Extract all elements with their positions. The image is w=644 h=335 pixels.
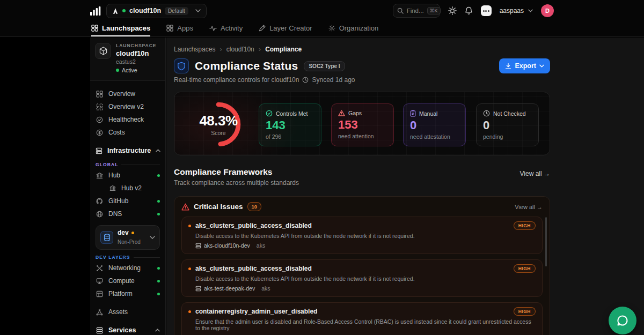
critical-issues-count-badge: 10 — [247, 202, 262, 211]
tab-activity[interactable]: Activity — [209, 21, 243, 36]
item-label: Overview v2 — [108, 103, 144, 110]
breadcrumb: Launchspaces › cloudf10n › Compliance — [174, 45, 550, 53]
project-switcher[interactable]: cloudf10n Default — [106, 4, 207, 18]
sidebar-item-hub[interactable]: Hub — [96, 169, 160, 182]
stat-sub: need attention — [338, 133, 387, 139]
stat-sub: of 296 — [266, 133, 314, 140]
issue-card[interactable]: aks_clusters_public_access_disabledHIGH … — [181, 259, 543, 297]
grid-icon — [96, 103, 104, 110]
org-logo-icon — [481, 5, 492, 16]
stat-value: 0 — [410, 118, 459, 132]
global-search-input[interactable]: Find... ⌘K — [393, 4, 440, 18]
env-type: Non-Prod — [118, 239, 141, 245]
coin-icon — [96, 129, 104, 136]
project-logo-icon — [112, 8, 119, 14]
sidebar-item-healthcheck[interactable]: Healthcheck — [96, 113, 160, 126]
status-dot — [157, 293, 160, 295]
sidebar-item-platform[interactable]: Platform — [96, 287, 160, 300]
chat-widget-button[interactable] — [609, 307, 636, 334]
sidebar-item-costs[interactable]: Costs — [96, 126, 160, 139]
issue-description: Ensure that the admin user is disabled a… — [195, 318, 536, 331]
page-title: Compliance Status — [195, 59, 298, 72]
tab-label: Apps — [177, 24, 193, 32]
severity-badge: HIGH — [514, 264, 536, 273]
issue-title: aks_clusters_public_access_disabled — [195, 265, 312, 272]
breadcrumb-launchspaces[interactable]: Launchspaces — [174, 46, 215, 53]
sidebar-item-overview-v2[interactable]: Overview v2 — [96, 100, 160, 113]
issue-type: aks — [261, 285, 270, 292]
sidebar-item-dns[interactable]: DNS — [96, 207, 160, 220]
stat-card-controls-met: Controls Met 143 of 296 — [259, 103, 321, 146]
env-status-dot — [131, 232, 134, 234]
sidebar-section-infrastructure[interactable]: Infrastructure — [96, 144, 160, 157]
tab-layer-creator[interactable]: Layer Creator — [259, 21, 312, 36]
issue-title: containerregistry_admin_user_disabled — [195, 308, 317, 315]
sidebar-item-compute[interactable]: Compute — [96, 274, 160, 287]
stat-label: Not Checked — [493, 110, 526, 117]
chevron-right-icon: › — [259, 45, 261, 53]
issue-card[interactable]: aks_clusters_public_access_disabledHIGH … — [181, 217, 543, 254]
stat-card-not-checked: Not Checked 0 pending — [476, 103, 539, 146]
clock-icon — [483, 110, 490, 117]
stat-sub: pending — [483, 133, 532, 140]
environment-selector[interactable]: dev Non-Prod — [96, 225, 160, 250]
clipboard-icon — [410, 110, 416, 117]
item-label: Networking — [108, 264, 141, 272]
stat-label: Manual — [419, 110, 437, 117]
gear-icon — [328, 25, 335, 32]
sidebar-item-hub-v2[interactable]: Hub v2 — [96, 182, 160, 195]
tab-launchspaces[interactable]: Launchspaces — [91, 21, 150, 36]
frameworks-view-all-link[interactable]: View all → — [520, 170, 550, 177]
project-status-dot — [122, 9, 126, 12]
search-shortcut-kbd: ⌘K — [427, 7, 441, 14]
database-icon — [100, 231, 113, 244]
sidebar-item-networking[interactable]: Networking — [96, 262, 160, 274]
sidebar-item-assets[interactable]: Assets — [96, 306, 160, 318]
notifications-bell-button[interactable] — [465, 6, 473, 15]
search-placeholder: Find... — [407, 8, 424, 14]
issue-title: aks_clusters_public_access_disabled — [195, 222, 312, 229]
score-value: 48.3% — [199, 113, 237, 129]
tab-apps[interactable]: Apps — [166, 21, 193, 36]
severity-dot — [188, 225, 191, 227]
breadcrumb-cloudf10n[interactable]: cloudf10n — [226, 46, 254, 53]
issue-resource: aks-test-deepak-dev — [204, 285, 255, 292]
user-menu-chevron-icon[interactable] — [528, 9, 533, 12]
frameworks-section-subtitle: Track compliance across multiple standar… — [174, 179, 299, 187]
top-bar: cloudf10n Default Find... ⌘K aaspaas D — [0, 0, 644, 21]
stat-card-gaps: Gaps 153 need attention — [331, 103, 394, 146]
sidebar-item-overview[interactable]: Overview — [96, 87, 160, 100]
item-label: Compute — [108, 277, 135, 285]
primary-nav: Launchspaces Apps Activity Layer Creator… — [0, 21, 644, 37]
launchspace-card: LAUNCHSPACE cloudf10n eastus2 Active — [90, 38, 165, 81]
item-label: Hub v2 — [121, 184, 142, 192]
platform-grid-icon — [96, 291, 104, 297]
critical-issues-panel: Critical Issues 10 View all → aks_cluste… — [174, 196, 550, 335]
globe-icon — [96, 211, 104, 218]
score-label: Score — [211, 130, 225, 136]
global-group-label: GLOBAL — [96, 162, 118, 167]
activity-pulse-icon — [209, 25, 217, 32]
launchspace-status: Active — [122, 67, 137, 73]
sidebar: LAUNCHSPACE cloudf10n eastus2 Active Ove… — [90, 38, 166, 335]
check-circle-icon — [96, 116, 104, 123]
stat-value: 143 — [266, 118, 314, 132]
issues-scrollbar[interactable] — [545, 217, 547, 266]
item-label: Overview — [108, 90, 135, 98]
theme-toggle-button[interactable] — [448, 6, 457, 15]
item-label: Costs — [108, 129, 125, 136]
issue-card[interactable]: containerregistry_admin_user_disabledHIG… — [181, 302, 543, 335]
tab-organization[interactable]: Organization — [328, 21, 379, 36]
critical-view-all-link[interactable]: View all → — [515, 204, 543, 210]
user-avatar[interactable]: D — [541, 4, 554, 17]
sidebar-item-github[interactable]: GitHub — [96, 195, 160, 207]
env-name: dev — [118, 229, 129, 236]
project-name: cloudf10n — [129, 7, 161, 14]
sidebar-section-services[interactable]: Services — [96, 324, 160, 335]
status-dot — [157, 267, 160, 270]
export-button[interactable]: Export — [499, 58, 550, 73]
assets-triangle-icon — [96, 309, 104, 316]
warning-triangle-icon — [181, 203, 189, 211]
search-icon — [397, 8, 404, 14]
dev-layers-group-label: DEV LAYERS — [96, 255, 130, 260]
